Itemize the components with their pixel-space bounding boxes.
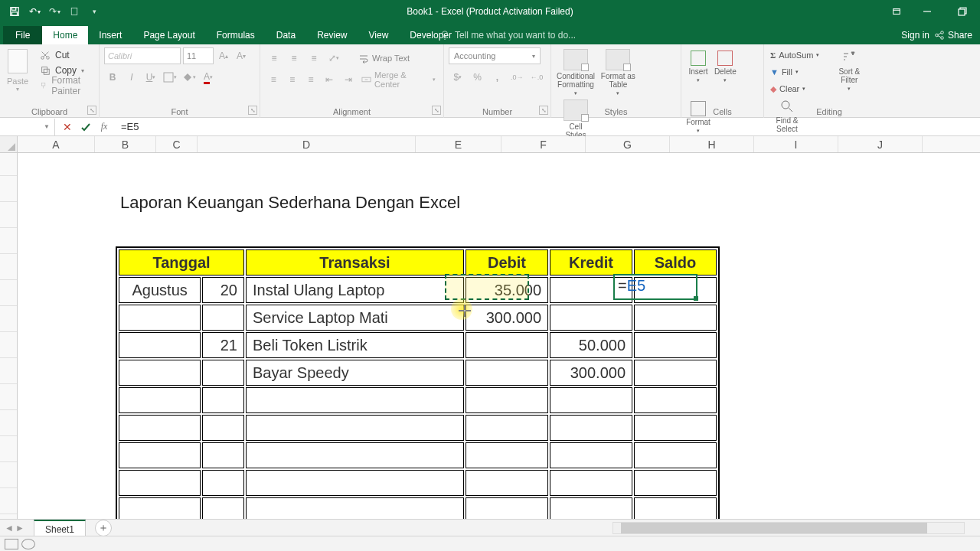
col-header-G[interactable]: G xyxy=(586,136,670,152)
fill-button[interactable]: ▼ Fill ▾ xyxy=(770,64,830,80)
table-row[interactable] xyxy=(119,442,717,468)
autosum-button[interactable]: Σ AutoSum ▾ xyxy=(770,47,830,63)
col-header-H[interactable]: H xyxy=(670,136,754,152)
align-middle-button[interactable]: ≡ xyxy=(285,50,303,67)
align-top-button[interactable]: ≡ xyxy=(265,50,283,67)
sort-filter-button[interactable]: Sort & Filter▾ xyxy=(832,47,866,92)
tab-home[interactable]: Home xyxy=(42,26,88,44)
select-all-corner[interactable] xyxy=(0,136,18,153)
row-header[interactable] xyxy=(0,254,17,280)
row-header[interactable] xyxy=(0,488,17,514)
share-button[interactable]: Share xyxy=(926,26,980,44)
alignment-dialog-icon[interactable]: ⤡ xyxy=(432,106,441,115)
align-right-button[interactable]: ≡ xyxy=(302,71,319,88)
qat-customize-icon[interactable]: ▾ xyxy=(86,3,103,20)
number-format-select[interactable]: Accounting▾ xyxy=(449,47,541,64)
row-header[interactable] xyxy=(0,176,17,202)
border-button[interactable]: ▾ xyxy=(162,69,178,86)
decrease-indent-button[interactable]: ⇤ xyxy=(321,71,338,88)
font-dialog-icon[interactable]: ⤡ xyxy=(248,106,257,115)
tab-file[interactable]: File xyxy=(3,26,42,44)
cancel-formula-button[interactable]: ✕ xyxy=(58,119,77,135)
tab-data[interactable]: Data xyxy=(266,26,306,44)
row-header[interactable] xyxy=(0,306,17,332)
accounting-format-button[interactable]: $▾ xyxy=(449,69,467,86)
tab-page-layout[interactable]: Page Layout xyxy=(132,26,205,44)
cells-area[interactable]: Laporan Keuangan Sederhana Dengan Excel … xyxy=(18,153,980,527)
sheet-nav[interactable]: ◄► xyxy=(0,523,34,533)
find-select-button[interactable]: Find & Select▾ xyxy=(770,96,804,141)
font-color-button[interactable]: A▾ xyxy=(200,69,217,86)
horizontal-scrollbar[interactable] xyxy=(612,522,965,534)
align-bottom-button[interactable]: ≡ xyxy=(305,50,323,67)
sheet-tab-1[interactable]: Sheet1 xyxy=(34,520,86,536)
maximize-button[interactable] xyxy=(945,0,980,23)
row-header[interactable] xyxy=(0,358,17,384)
new-file-icon[interactable] xyxy=(66,3,83,20)
tab-review[interactable]: Review xyxy=(306,26,358,44)
wrap-text-button[interactable]: Wrap Text xyxy=(355,53,413,64)
format-painter-button[interactable]: Format Painter xyxy=(37,78,94,93)
ribbon-options-icon[interactable] xyxy=(884,0,910,23)
insert-cells-button[interactable]: Insert▾ xyxy=(686,47,710,98)
tab-formulas[interactable]: Formulas xyxy=(206,26,266,44)
shrink-font-button[interactable]: A▾ xyxy=(234,47,249,64)
decrease-decimal-button[interactable]: ←.0 xyxy=(528,69,546,86)
orientation-button[interactable]: ⤢▾ xyxy=(325,50,343,67)
formula-input[interactable]: =E5 xyxy=(116,121,980,132)
row-header[interactable] xyxy=(0,410,17,436)
row-header[interactable] xyxy=(0,153,17,176)
table-row[interactable] xyxy=(119,415,717,441)
row-header[interactable] xyxy=(0,384,17,410)
table-row[interactable]: 21 Beli Token Listrik 50.000 xyxy=(119,332,717,358)
sign-in-link[interactable]: Sign in xyxy=(901,26,929,44)
redo-icon[interactable]: ↷▾ xyxy=(46,3,63,20)
align-left-button[interactable]: ≡ xyxy=(265,71,282,88)
status-mode-icon[interactable] xyxy=(5,539,18,549)
fill-color-button[interactable]: ▾ xyxy=(181,69,198,86)
clipboard-dialog-icon[interactable]: ⤡ xyxy=(87,106,96,115)
row-header[interactable] xyxy=(0,280,17,306)
align-center-button[interactable]: ≡ xyxy=(283,71,300,88)
conditional-formatting-button[interactable]: Conditional Formatting▾ xyxy=(556,47,596,98)
comma-button[interactable]: , xyxy=(488,69,507,86)
tab-insert[interactable]: Insert xyxy=(88,26,132,44)
name-box[interactable]: ▼ xyxy=(0,119,55,135)
row-header[interactable] xyxy=(0,228,17,254)
row-header[interactable] xyxy=(0,436,17,462)
number-dialog-icon[interactable]: ⤡ xyxy=(539,106,548,115)
bold-button[interactable]: B xyxy=(104,69,121,86)
percent-button[interactable]: % xyxy=(469,69,487,86)
tell-me-search[interactable]: Tell me what you want to do... xyxy=(439,26,576,44)
increase-indent-button[interactable]: ⇥ xyxy=(340,71,357,88)
col-header-B[interactable]: B xyxy=(95,136,156,152)
col-header-C[interactable]: C xyxy=(156,136,198,152)
italic-button[interactable]: I xyxy=(123,69,140,86)
merge-center-button[interactable]: Merge & Center ▾ xyxy=(358,70,439,89)
col-header-D[interactable]: D xyxy=(198,136,416,152)
macro-record-icon[interactable] xyxy=(21,539,35,549)
grow-font-button[interactable]: A▴ xyxy=(216,47,231,64)
enter-formula-button[interactable] xyxy=(77,119,95,135)
add-sheet-button[interactable]: ＋ xyxy=(95,520,112,536)
table-row[interactable]: Bayar Speedy 300.000 xyxy=(119,360,717,386)
row-header[interactable] xyxy=(0,202,17,228)
delete-cells-button[interactable]: Delete▾ xyxy=(713,47,737,98)
paste-button[interactable]: Paste▾ xyxy=(5,47,31,95)
format-as-table-button[interactable]: Format as Table▾ xyxy=(598,47,638,98)
tab-view[interactable]: View xyxy=(358,26,400,44)
table-row[interactable]: Service Laptop Mati300.000 xyxy=(119,305,717,331)
row-header[interactable] xyxy=(0,462,17,488)
table-row[interactable] xyxy=(119,470,717,496)
cut-button[interactable]: Cut xyxy=(37,47,94,63)
row-header[interactable] xyxy=(0,332,17,358)
save-icon[interactable] xyxy=(6,3,23,20)
clear-button[interactable]: ◆ Clear ▾ xyxy=(770,81,830,96)
undo-icon[interactable]: ↶▾ xyxy=(26,3,43,20)
col-header-A[interactable]: A xyxy=(18,136,95,152)
cell-editor[interactable]: =E5 xyxy=(618,277,645,295)
col-header-F[interactable]: F xyxy=(501,136,586,152)
col-header-E[interactable]: E xyxy=(416,136,501,152)
col-header-I[interactable]: I xyxy=(754,136,838,152)
font-name-select[interactable]: Calibri xyxy=(104,47,181,64)
